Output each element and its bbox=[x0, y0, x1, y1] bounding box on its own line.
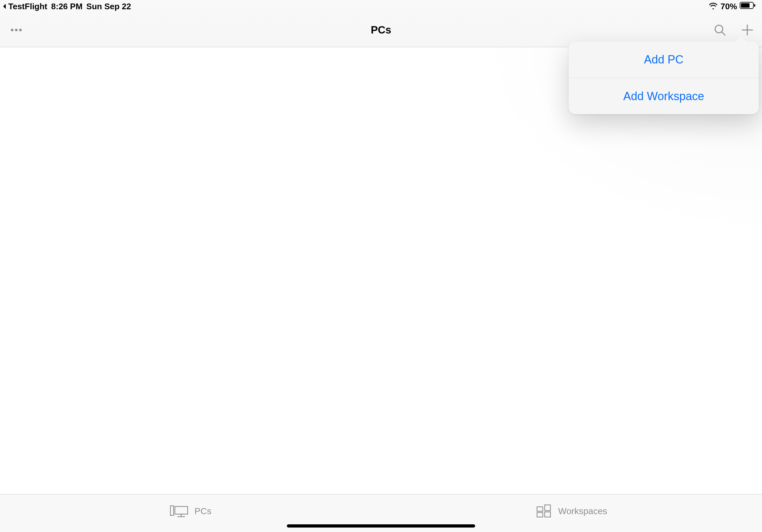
svg-rect-17 bbox=[537, 512, 543, 517]
svg-rect-10 bbox=[170, 506, 174, 515]
svg-rect-18 bbox=[545, 512, 551, 517]
tab-label: Workspaces bbox=[558, 506, 607, 516]
battery-icon bbox=[740, 2, 756, 12]
svg-rect-11 bbox=[175, 506, 188, 514]
svg-rect-16 bbox=[545, 505, 551, 511]
workspaces-icon bbox=[536, 504, 552, 518]
tab-bar: PCs Workspaces bbox=[0, 494, 762, 532]
page-title: PCs bbox=[371, 24, 391, 36]
home-indicator[interactable] bbox=[287, 524, 475, 528]
add-button[interactable] bbox=[741, 24, 754, 36]
plus-icon bbox=[741, 24, 754, 36]
menu-item-add-pc[interactable]: Add PC bbox=[569, 41, 759, 78]
status-bar: TestFlight 8:26 PM Sun Sep 22 70% bbox=[0, 0, 762, 13]
menu-item-label: Add Workspace bbox=[623, 90, 704, 103]
svg-rect-2 bbox=[754, 4, 755, 7]
svg-line-7 bbox=[722, 32, 725, 35]
status-right: 70% bbox=[708, 2, 756, 12]
content-area bbox=[0, 47, 762, 494]
status-left: TestFlight 8:26 PM Sun Sep 22 bbox=[2, 2, 131, 12]
search-button[interactable] bbox=[714, 24, 726, 36]
pc-icon bbox=[170, 504, 189, 518]
svg-rect-1 bbox=[741, 3, 750, 8]
svg-point-3 bbox=[11, 29, 13, 31]
search-icon bbox=[714, 24, 726, 36]
svg-point-5 bbox=[19, 29, 22, 31]
back-to-app[interactable]: TestFlight bbox=[2, 2, 47, 12]
menu-item-label: Add PC bbox=[644, 53, 683, 66]
menu-item-add-workspace[interactable]: Add Workspace bbox=[569, 78, 759, 114]
battery-pct: 70% bbox=[721, 2, 737, 12]
more-button[interactable] bbox=[10, 28, 22, 32]
add-menu-popover: Add PC Add Workspace bbox=[569, 41, 759, 114]
wifi-icon bbox=[708, 2, 718, 12]
tab-label: PCs bbox=[194, 506, 211, 516]
svg-rect-15 bbox=[537, 507, 543, 511]
status-time: 8:26 PM bbox=[51, 2, 82, 12]
status-date: Sun Sep 22 bbox=[87, 2, 131, 12]
back-app-label: TestFlight bbox=[8, 2, 47, 12]
ellipsis-icon bbox=[10, 28, 22, 32]
svg-point-4 bbox=[15, 29, 18, 31]
back-chevron-icon bbox=[2, 3, 7, 10]
